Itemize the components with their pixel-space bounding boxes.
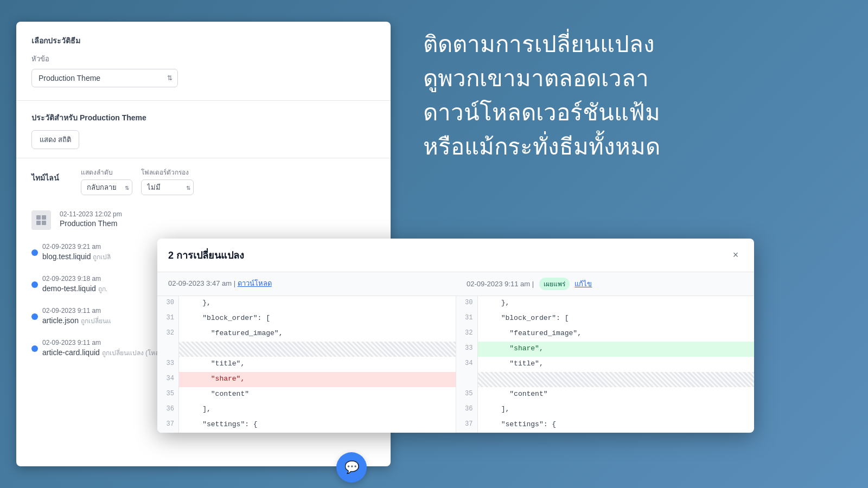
timeline-content: 02-11-2023 12:02 pm Production Them (60, 210, 375, 228)
line-content: "settings": { (478, 418, 755, 433)
filter-label: โฟลเดอร์ตัวกรอง (141, 167, 194, 177)
diff-row: 36 ], (157, 402, 456, 418)
line-number (456, 372, 478, 387)
select-history-title: เลือกประวัติธีม (31, 35, 375, 47)
history-section: ประวัติสำหรับ Production Theme แสดง สถิต… (16, 101, 391, 158)
line-content (478, 372, 755, 387)
timeline-dot (31, 313, 38, 320)
chat-icon: 💬 (344, 460, 359, 474)
timeline-dot (31, 281, 38, 288)
diff-row: 35 "content" (456, 387, 755, 402)
left-col-header: 02-09-2023 3:47 am | ดาวน์โหลด (157, 272, 456, 296)
diff-left-side: 30 },31 "block_order": [32 "featured_ima… (157, 296, 456, 433)
line-content: "featured_image", (478, 326, 755, 342)
line-content: "content" (179, 387, 456, 402)
diff-row: 34 "title", (456, 357, 755, 372)
line-number: 37 (157, 418, 179, 433)
select-history-section: เลือกประวัติธีม หัวข้อ Production ThemeS… (16, 22, 391, 101)
line-content: "block_order": [ (179, 311, 456, 326)
line-number: 32 (456, 326, 478, 342)
theme-select-wrapper: Production ThemeStaging ThemeDevelopment… (31, 69, 178, 87)
timeline-sub: ถูก. (98, 285, 107, 293)
diff-row: 35 "content" (157, 387, 456, 402)
modal-header: 2 การเปลี่ยนแปลง × (157, 239, 754, 272)
timeline-header: ไทม์ไลน์ แสดงลำดับ กลับกลาย ล่าสุด เก่าส… (31, 167, 375, 195)
diff-row: 34 "share", (157, 372, 456, 387)
line-content: "title", (179, 357, 456, 372)
diff-row (456, 372, 755, 387)
stats-button[interactable]: แสดง สถิติ (31, 130, 79, 149)
line-content: "block_order": [ (478, 311, 755, 326)
line-number: 31 (157, 311, 179, 326)
line-number: 36 (157, 402, 179, 418)
line-number (157, 342, 179, 357)
timeline-dot (31, 249, 38, 256)
line-number: 33 (157, 357, 179, 372)
diff-row: 30 }, (157, 296, 456, 311)
sort-select-wrapper: กลับกลาย ล่าสุด เก่าสุด (81, 179, 132, 195)
close-button[interactable]: × (728, 248, 743, 263)
diff-row: 30 }, (456, 296, 755, 311)
marketing-text: ติดตามการเปลี่ยนแปลง ดูพวกเขามาตลอดเวลา … (423, 27, 852, 164)
timeline-controls: แสดงลำดับ กลับกลาย ล่าสุด เก่าสุด โฟลเดอ… (81, 167, 194, 195)
line-content: "title", (478, 357, 755, 372)
diff-columns-header: 02-09-2023 3:47 am | ดาวน์โหลด 02-09-202… (157, 272, 754, 296)
diff-row: 31 "block_order": [ (157, 311, 456, 326)
line-content: "share", (478, 342, 755, 357)
line-number: 32 (157, 326, 179, 342)
line-number: 30 (456, 296, 478, 311)
subject-label: หัวข้อ (31, 53, 375, 65)
diff-row: 37 "settings": { (157, 418, 456, 433)
line-content: }, (478, 296, 755, 311)
chat-bubble[interactable]: 💬 (336, 452, 367, 483)
history-title: ประวัติสำหรับ Production Theme (31, 112, 375, 124)
filter-control: โฟลเดอร์ตัวกรอง ไม่มี templates sections… (141, 167, 194, 195)
right-col-header: 02-09-2023 9:11 am | เผยแพร่ แก้ไข (456, 272, 754, 296)
diff-content: 30 },31 "block_order": [32 "featured_ima… (157, 296, 754, 433)
timeline-sub: ถูกเปลิ (93, 253, 111, 261)
line-content: ], (478, 402, 755, 418)
diff-row: 33 "share", (456, 342, 755, 357)
timeline-date: 02-11-2023 12:02 pm (60, 210, 375, 218)
diff-right-side: 30 },31 "block_order": [32 "featured_ima… (456, 296, 755, 433)
theme-select[interactable]: Production ThemeStaging ThemeDevelopment… (31, 69, 178, 87)
line-number: 30 (157, 296, 179, 311)
diff-row: 32 "featured_image", (157, 326, 456, 342)
modal-title: 2 การเปลี่ยนแปลง (168, 247, 244, 263)
timeline-label: ไทม์ไลน์ (31, 172, 59, 184)
diff-row: 33 "title", (157, 357, 456, 372)
sort-label: แสดงลำดับ (81, 167, 132, 177)
download-link[interactable]: ดาวน์โหลด (238, 279, 272, 287)
timeline-dot (31, 345, 38, 352)
diff-row: 31 "block_order": [ (456, 311, 755, 326)
line-content: "share", (179, 372, 456, 387)
theme-icon (31, 210, 51, 230)
line-number: 37 (456, 418, 478, 433)
publish-badge: เผยแพร่ (539, 278, 570, 290)
diff-row: 36 ], (456, 402, 755, 418)
edit-link[interactable]: แก้ไข (575, 280, 592, 288)
line-number: 35 (157, 387, 179, 402)
filter-select[interactable]: ไม่มี templates sections assets (141, 179, 194, 195)
line-number: 34 (456, 357, 478, 372)
line-number: 34 (157, 372, 179, 387)
line-number: 35 (456, 387, 478, 402)
diff-row: 37 "settings": { (456, 418, 755, 433)
diff-modal: 2 การเปลี่ยนแปลง × 02-09-2023 3:47 am | … (157, 239, 754, 433)
timeline-sub: ถูกเปลี่ยนแ (81, 317, 111, 325)
diff-row: 32 "featured_image", (456, 326, 755, 342)
sort-control: แสดงลำดับ กลับกลาย ล่าสุด เก่าสุด (81, 167, 132, 195)
timeline-name: Production Them (60, 219, 375, 228)
line-number: 31 (456, 311, 478, 326)
line-number: 33 (456, 342, 478, 357)
line-content: "settings": { (179, 418, 456, 433)
line-content: "content" (478, 387, 755, 402)
line-number: 36 (456, 402, 478, 418)
line-content: "featured_image", (179, 326, 456, 342)
timeline-item: 02-11-2023 12:02 pm Production Them (31, 204, 375, 236)
line-content (179, 342, 456, 357)
filter-select-wrapper: ไม่มี templates sections assets (141, 179, 194, 195)
line-content: }, (179, 296, 456, 311)
diff-row (157, 342, 456, 357)
sort-select[interactable]: กลับกลาย ล่าสุด เก่าสุด (81, 179, 132, 195)
